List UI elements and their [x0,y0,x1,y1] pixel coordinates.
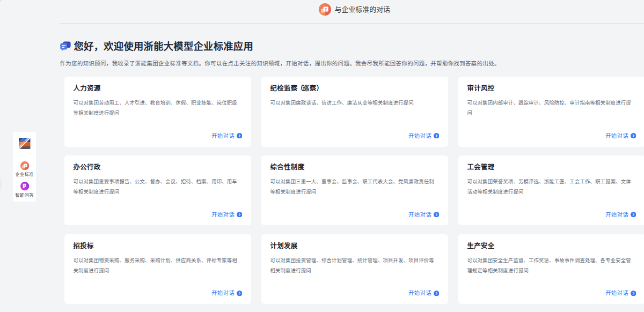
svg-text:?: ? [325,7,327,12]
svg-text:?: ? [24,164,26,167]
